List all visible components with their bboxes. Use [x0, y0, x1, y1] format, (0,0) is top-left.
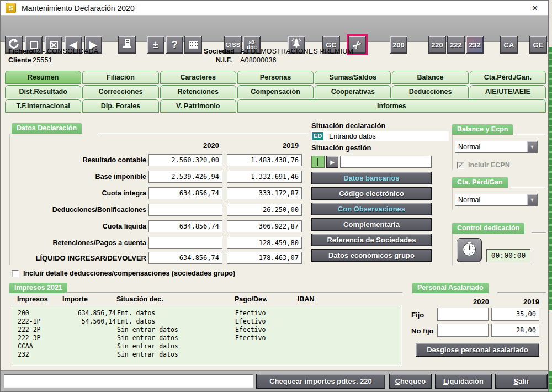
row-label: Cuota líquida [10, 223, 146, 230]
tab-correcciones[interactable]: Correcciones [82, 85, 158, 98]
tab-deducciones[interactable]: Deducciones [392, 85, 468, 98]
tab-balance[interactable]: Balance [392, 71, 468, 84]
referencia-sociedades-button[interactable]: Referencia de Sociedades [311, 234, 432, 246]
printer-icon [121, 38, 133, 52]
print-button[interactable] [118, 36, 136, 54]
salir-button[interactable]: Salir [495, 374, 548, 389]
model-200-button[interactable]: 200 [390, 36, 407, 54]
cuota-integra-2019[interactable] [227, 187, 302, 199]
tab-filiacion[interactable]: Filiación [82, 71, 158, 84]
tab-aie-ute-aeie[interactable]: AIE/UTE/AEIE [470, 85, 546, 98]
deducciones-2020[interactable] [148, 204, 222, 216]
retenciones-2019[interactable] [227, 237, 302, 249]
cliente-label: Cliente [8, 56, 31, 64]
tab-sumas-saldos[interactable]: Sumas/Saldos [315, 71, 391, 84]
chequear-importes-button[interactable]: Chequear importes pdtes. 220 [256, 374, 385, 389]
con-observaciones-button[interactable]: Con Observaciones [311, 203, 432, 215]
no-fijo-2020-input[interactable] [437, 324, 489, 337]
clock-button[interactable] [457, 238, 482, 262]
resultado-contable-2020[interactable] [148, 154, 222, 166]
divider [509, 187, 546, 188]
gestion-input[interactable] [340, 156, 432, 168]
table-row[interactable]: 200634.856,74Ent. datosEfectivo [12, 309, 401, 317]
status-input[interactable] [4, 374, 253, 388]
ca-button[interactable]: CA [500, 36, 518, 54]
table-row[interactable]: CCAASin entrar datos [12, 342, 401, 351]
cuota-liquida-2019[interactable] [227, 220, 302, 232]
resultado-contable-2019[interactable] [227, 154, 302, 166]
balance-dropdown[interactable]: Normal ▼ [455, 141, 538, 153]
ge-label: GE [533, 41, 544, 49]
gestion-lookup-button[interactable]: ▶ [326, 156, 338, 168]
fijo-2019-input[interactable] [491, 308, 539, 321]
liquidacion-button[interactable]: Liquidación [435, 374, 492, 389]
tab-v-patrimonio[interactable]: V. Patrimonio [160, 99, 236, 113]
base-imponible-2020[interactable] [148, 171, 222, 183]
table-row[interactable]: 222-2PSin entrar datosEfectivo [12, 326, 401, 334]
dedication-time-display: 00:00:00 [486, 249, 530, 262]
calculator-button[interactable] [184, 36, 202, 54]
estado-badge: ED [312, 132, 323, 140]
help-button[interactable]: ? [166, 36, 183, 54]
background-green-band [548, 47, 552, 310]
tab-dist-resultado[interactable]: Dist.Resultado [5, 85, 81, 98]
incluir-detalle-checkbox[interactable] [12, 270, 19, 277]
chevron-down-icon[interactable]: ▼ [527, 194, 537, 205]
table-row[interactable]: 222-1P54.560,14Ent. datosEfectivo [12, 317, 401, 326]
gestion-status-box[interactable] [311, 156, 325, 168]
no-fijo-label: No fijo [411, 327, 433, 335]
sociedad-value: A3 DEMOSTRACIONES PREMIUM [240, 47, 353, 55]
divider [532, 232, 546, 234]
model-222-button[interactable]: 222 [447, 36, 465, 54]
tab-compensacion[interactable]: Compensación [237, 85, 314, 98]
cta-perd-gan-dropdown[interactable]: Normal ▼ [455, 194, 538, 206]
app-window: S Mantenimiento Declaración 2020 × ◀ [0, 0, 549, 392]
fijo-2020-input[interactable] [437, 308, 489, 321]
col-pago-dev: Pago/Dev. [235, 295, 268, 303]
tab-resumen[interactable]: Resumen [5, 71, 81, 84]
close-icon[interactable]: × [529, 3, 540, 14]
model-220-button[interactable]: 220 [428, 36, 446, 54]
tab-cooperativas[interactable]: Cooperativas [315, 85, 391, 98]
impresos-table[interactable]: 200634.856,74Ent. datosEfectivo 222-1P54… [12, 306, 401, 365]
tab-dip-forales[interactable]: Dip. Forales [82, 99, 158, 113]
ge-button[interactable]: GE [529, 36, 547, 54]
tab-cta-perd-gan[interactable]: Cta.Pérd./Gan. [470, 71, 546, 84]
model-232-button[interactable]: 232 [466, 36, 484, 54]
liquido-2020[interactable] [148, 252, 222, 264]
tab-row-1: Resumen Filiación Caracteres Personas Su… [5, 71, 546, 84]
tab-retenciones[interactable]: Retenciones [160, 85, 236, 98]
complementaria-button[interactable]: Complementaria [311, 218, 432, 231]
control-dedicacion-header: Control dedicación [452, 223, 524, 234]
base-imponible-2019[interactable] [227, 171, 302, 183]
table-row[interactable]: 232Sin entrar datos [12, 351, 401, 359]
cuota-integra-2020[interactable] [148, 187, 222, 199]
codigo-electronico-button[interactable]: Código electrónico [311, 187, 432, 200]
screen: S Mantenimiento Declaración 2020 × ◀ [0, 0, 552, 392]
datos-economicos-grupo-button[interactable]: Datos económicos grupo [311, 249, 432, 262]
incluir-ecpn-checkbox[interactable]: ✓ [457, 162, 464, 169]
no-fijo-2019-input[interactable] [491, 324, 539, 337]
retenciones-2020[interactable] [148, 237, 222, 249]
play-icon: ▶ [330, 159, 335, 165]
plus-minus-button[interactable]: ± [147, 36, 164, 54]
tab-tf-internacional[interactable]: T.F.Internacional [5, 99, 81, 113]
desglose-personal-button[interactable]: Desglose personal asalariado [416, 343, 539, 357]
chevron-down-icon[interactable]: ▼ [527, 141, 537, 152]
row-label: Retenciones/Pagos a cuenta [10, 239, 146, 247]
tab-informes[interactable]: Informes [237, 99, 546, 113]
cuota-liquida-2020[interactable] [148, 220, 222, 232]
tab-caracteres[interactable]: Caracteres [160, 71, 236, 84]
titlebar[interactable]: S Mantenimiento Declaración 2020 × [1, 1, 548, 16]
tab-personas[interactable]: Personas [237, 71, 314, 84]
background-window-sliver [548, 0, 552, 392]
divider [99, 133, 307, 134]
chequeo-button[interactable]: Chequeo [389, 374, 432, 389]
background-green-band-bottom [548, 371, 552, 392]
cliente-value: 25551 [33, 56, 52, 64]
table-row[interactable]: 222-3PSin entrar datosEfectivo [12, 334, 401, 342]
liquido-2019[interactable] [227, 252, 302, 264]
deducciones-2019[interactable] [227, 204, 302, 216]
datos-bancarios-button[interactable]: Datos bancarios [311, 172, 432, 184]
col-iban: IBAN [298, 295, 315, 303]
